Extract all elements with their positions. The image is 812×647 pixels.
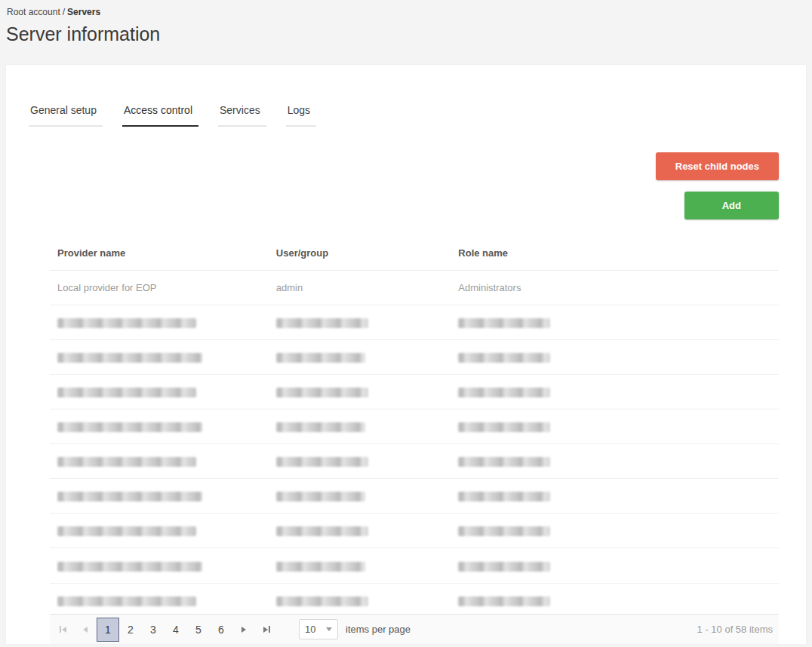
- cell-provider: [50, 548, 269, 583]
- cell-role: [451, 444, 779, 479]
- cell-user: [269, 340, 451, 375]
- access-control-table: Provider name User/group Role name Local…: [50, 236, 779, 618]
- page-size-dropdown[interactable]: 10: [299, 619, 338, 639]
- pager-page-2[interactable]: 2: [119, 618, 142, 642]
- cell-role: [451, 514, 779, 548]
- redacted-text: [276, 562, 365, 572]
- cell-role: [451, 479, 779, 514]
- items-per-page-label: items per page: [346, 624, 411, 635]
- redacted-text: [276, 388, 368, 397]
- cell-user: [269, 479, 451, 514]
- table-row: Local provider for EOPadminAdministrator…: [50, 271, 779, 305]
- add-button[interactable]: Add: [684, 192, 779, 219]
- redacted-text: [458, 353, 550, 363]
- cell-provider: [50, 305, 269, 340]
- tab-logs[interactable]: Logs: [286, 100, 316, 127]
- pager-page-3[interactable]: 3: [142, 618, 165, 642]
- redacted-text: [276, 492, 365, 501]
- tab-strip: General setupAccess controlServicesLogs: [29, 100, 779, 127]
- cell-user: [269, 375, 451, 409]
- pager-page-6[interactable]: 6: [210, 618, 232, 642]
- first-page-icon: [60, 626, 61, 633]
- redacted-text: [57, 422, 202, 432]
- table-row: [50, 479, 779, 514]
- redacted-text: [57, 562, 202, 572]
- tab-services[interactable]: Services: [218, 100, 266, 127]
- redacted-text: [57, 457, 196, 467]
- redacted-text: [458, 562, 550, 572]
- column-header-role-name[interactable]: Role name: [451, 236, 779, 271]
- pager-pages: 123456: [97, 618, 232, 642]
- access-control-panel: Reset child nodes Add Provider name User…: [50, 152, 779, 618]
- redacted-text: [276, 353, 365, 363]
- breadcrumb-current: Servers: [67, 7, 100, 17]
- table-row: [50, 444, 779, 479]
- table-row: [50, 375, 779, 409]
- cell-role: [451, 340, 779, 375]
- redacted-text: [57, 353, 202, 363]
- chevron-down-icon: [326, 627, 332, 631]
- table-row: [50, 409, 779, 444]
- pager-page-1[interactable]: 1: [97, 618, 119, 642]
- pager-prev-button[interactable]: [74, 618, 97, 641]
- redacted-text: [57, 318, 196, 328]
- redacted-text: [458, 388, 550, 397]
- redacted-text: [276, 422, 365, 432]
- redacted-text: [276, 596, 368, 606]
- reset-child-nodes-button[interactable]: Reset child nodes: [656, 152, 779, 180]
- table-row: [50, 583, 779, 618]
- last-page-icon: [263, 627, 268, 633]
- table-header: Provider name User/group Role name: [50, 236, 779, 271]
- cell-user: admin: [269, 271, 451, 305]
- breadcrumb-root[interactable]: Root account: [7, 7, 60, 17]
- pager-next-button[interactable]: [232, 618, 255, 641]
- cell-provider: [50, 340, 269, 375]
- redacted-text: [458, 318, 550, 328]
- next-page-icon: [241, 627, 246, 633]
- table-row: [50, 548, 779, 583]
- table-header-row: Provider name User/group Role name: [50, 236, 779, 271]
- cell-user: [269, 514, 451, 548]
- pager-last-button[interactable]: [255, 618, 278, 641]
- cell-provider: [50, 375, 269, 409]
- breadcrumb-separator: /: [63, 7, 65, 17]
- table-row: [50, 340, 779, 375]
- column-header-user-group[interactable]: User/group: [269, 236, 451, 271]
- redacted-text: [57, 596, 196, 606]
- redacted-text: [458, 526, 550, 536]
- column-header-provider-name[interactable]: Provider name: [50, 236, 269, 271]
- cell-user: [269, 444, 451, 479]
- cell-role: [451, 375, 779, 409]
- redacted-text: [458, 492, 550, 501]
- tab-general-setup[interactable]: General setup: [29, 100, 103, 127]
- tab-access-control[interactable]: Access control: [122, 100, 198, 127]
- pager-page-4[interactable]: 4: [165, 618, 187, 642]
- redacted-text: [276, 318, 368, 328]
- pager-first-button[interactable]: [51, 618, 74, 641]
- cell-role: [451, 409, 779, 444]
- cell-provider: [50, 583, 269, 618]
- action-buttons: Reset child nodes Add: [50, 152, 779, 219]
- cell-user: [269, 409, 451, 444]
- cell-provider: [50, 479, 269, 514]
- table-row: [50, 514, 779, 548]
- cell-role: [451, 583, 779, 618]
- table-body: Local provider for EOPadminAdministrator…: [50, 271, 779, 618]
- cell-provider: Local provider for EOP: [50, 271, 269, 305]
- redacted-text: [57, 526, 196, 536]
- table-row: [50, 305, 779, 340]
- redacted-text: [276, 526, 368, 536]
- page-size-value: 10: [305, 624, 315, 635]
- pager-page-5[interactable]: 5: [187, 618, 210, 642]
- redacted-text: [276, 457, 368, 467]
- pager: 123456 10 items per page 1 - 10 of 58 it…: [50, 614, 779, 644]
- cell-user: [269, 548, 451, 583]
- server-info-card: General setupAccess controlServicesLogs …: [6, 65, 806, 644]
- cell-role: Administrators: [451, 271, 779, 305]
- page-title: Server information: [6, 23, 812, 45]
- redacted-text: [458, 596, 550, 606]
- cell-provider: [50, 444, 269, 479]
- breadcrumb: Root account/Servers: [0, 0, 812, 17]
- cell-provider: [50, 514, 269, 548]
- cell-role: [451, 548, 779, 583]
